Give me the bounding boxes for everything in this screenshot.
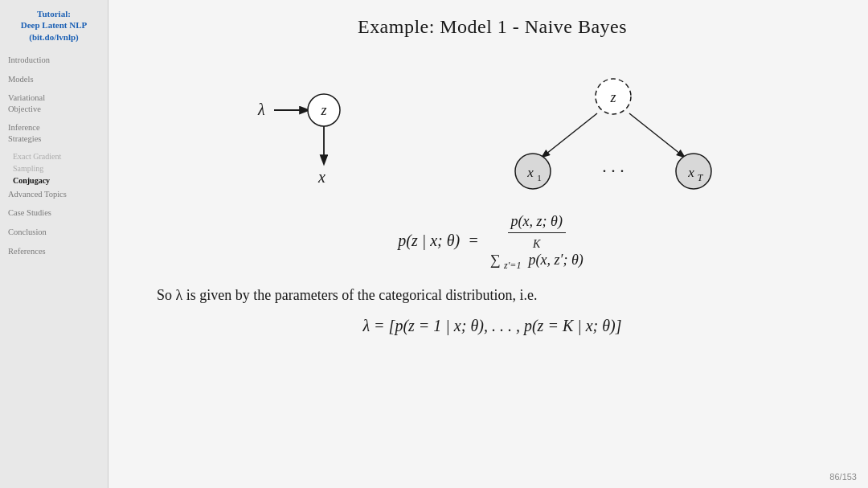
sidebar-item-advanced[interactable]: Advanced Topics xyxy=(6,188,101,201)
svg-text:z: z xyxy=(320,102,326,118)
svg-text:z: z xyxy=(609,89,616,105)
svg-line-9 xyxy=(629,113,684,157)
sidebar-item-sampling[interactable]: Sampling xyxy=(6,164,101,173)
sidebar-item-introduction[interactable]: Introduction xyxy=(6,54,101,67)
sidebar-item-variational[interactable]: VariationalObjective xyxy=(6,92,101,115)
description-text: So λ is given by the parameters of the c… xyxy=(157,287,836,304)
sidebar-item-conclusion[interactable]: Conclusion xyxy=(6,226,101,239)
right-diagram: z x 1 · · · x T xyxy=(485,52,742,197)
slide-title: Example: Model 1 - Naive Bayes xyxy=(149,16,836,38)
svg-line-8 xyxy=(542,113,597,157)
svg-text:λ: λ xyxy=(257,100,265,118)
formula-bayes: p(z | x; θ) = p(x, z; θ) K ∑ z′=1 p(x, z… xyxy=(149,213,836,271)
formula-lambda: λ = [p(z = 1 | x; θ), . . . , p(z = K | … xyxy=(149,317,836,335)
sidebar-item-case-studies[interactable]: Case Studies xyxy=(6,207,101,219)
svg-text:1: 1 xyxy=(537,173,542,182)
svg-text:x: x xyxy=(526,165,534,180)
svg-text:x: x xyxy=(317,168,326,186)
sidebar-item-exact-gradient[interactable]: Exact Gradient xyxy=(6,152,101,161)
left-diagram: λ z x xyxy=(244,52,420,197)
sidebar-item-models[interactable]: Models xyxy=(6,73,101,86)
diagram-area: λ z x z xyxy=(149,52,836,197)
sidebar: Tutorial: Deep Latent NLP (bit.do/lvnlp)… xyxy=(0,0,108,488)
main-content: Example: Model 1 - Naive Bayes λ z x xyxy=(108,0,868,488)
svg-text:· · ·: · · · xyxy=(602,161,624,181)
sidebar-item-inference[interactable]: InferenceStrategies xyxy=(6,121,101,145)
sidebar-item-conjugacy[interactable]: Conjugacy xyxy=(6,176,101,185)
page-number: 86/153 xyxy=(829,472,857,482)
sidebar-title: Tutorial: Deep Latent NLP (bit.do/lvnlp) xyxy=(6,8,101,43)
svg-text:x: x xyxy=(687,165,694,180)
sidebar-item-references[interactable]: References xyxy=(6,245,101,258)
